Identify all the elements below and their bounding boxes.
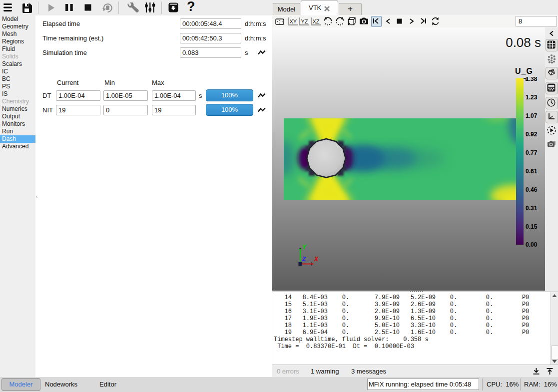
svg-text:0.61: 0.61 [526, 168, 538, 175]
svg-text:0.31: 0.31 [526, 205, 538, 212]
svg-text:0.77: 0.77 [526, 149, 538, 156]
svg-text:1.07: 1.07 [526, 112, 538, 119]
svg-text:0.92: 0.92 [526, 131, 538, 138]
svg-text:XZ: XZ [312, 18, 319, 24]
svg-text:0.15: 0.15 [526, 223, 538, 230]
svg-text:1.23: 1.23 [526, 94, 538, 101]
svg-text:Z: Z [302, 256, 306, 263]
svg-text:Y: Y [302, 244, 307, 251]
svg-text:YZ: YZ [301, 18, 308, 24]
svg-text:0.46: 0.46 [526, 186, 538, 193]
svg-text:1.38: 1.38 [526, 77, 538, 82]
svg-text:X: X [314, 256, 319, 263]
svg-text:XY: XY [289, 18, 297, 24]
svg-text:0.00: 0.00 [526, 241, 538, 247]
